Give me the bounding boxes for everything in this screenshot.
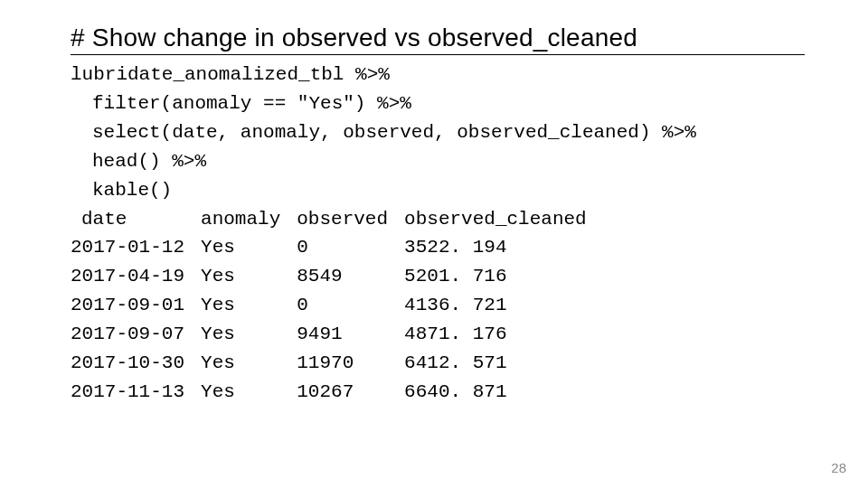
table-header-row: date anomaly observed observed_cleaned	[71, 205, 603, 234]
cell-observed-cleaned: 3522. 194	[404, 233, 603, 262]
cell-observed: 0	[297, 233, 404, 262]
col-header-anomaly: anomaly	[201, 205, 297, 234]
table-row: 2017-04-19 Yes 8549 5201. 716	[71, 262, 603, 291]
code-line: kable()	[71, 180, 172, 201]
cell-observed: 0	[297, 291, 404, 320]
cell-observed-cleaned: 4136. 721	[404, 291, 603, 320]
table-row: 2017-01-12 Yes 0 3522. 194	[71, 233, 603, 262]
cell-anomaly: Yes	[201, 349, 297, 378]
code-line: lubridate_anomalized_tbl %>%	[71, 64, 390, 85]
cell-observed: 11970	[297, 349, 404, 378]
cell-observed: 9491	[297, 320, 404, 349]
cell-anomaly: Yes	[201, 291, 297, 320]
cell-anomaly: Yes	[201, 320, 297, 349]
table-row: 2017-09-07 Yes 9491 4871. 176	[71, 320, 603, 349]
output-table: date anomaly observed observed_cleaned 2…	[71, 205, 603, 407]
table-row: 2017-10-30 Yes 11970 6412. 571	[71, 349, 603, 378]
cell-observed-cleaned: 4871. 176	[404, 320, 603, 349]
page-number: 28	[831, 460, 846, 475]
cell-date: 2017-11-13	[71, 378, 201, 407]
table-row: 2017-09-01 Yes 0 4136. 721	[71, 291, 603, 320]
cell-anomaly: Yes	[201, 262, 297, 291]
cell-observed-cleaned: 6412. 571	[404, 349, 603, 378]
cell-anomaly: Yes	[201, 233, 297, 262]
col-header-date: date	[71, 205, 201, 234]
cell-date: 2017-09-01	[71, 291, 201, 320]
col-header-observed: observed	[297, 205, 404, 234]
cell-date: 2017-09-07	[71, 320, 201, 349]
code-block: lubridate_anomalized_tbl %>% filter(anom…	[71, 61, 805, 205]
slide-title: # Show change in observed vs observed_cl…	[71, 23, 805, 55]
table-row: 2017-11-13 Yes 10267 6640. 871	[71, 378, 603, 407]
cell-observed-cleaned: 5201. 716	[404, 262, 603, 291]
cell-date: 2017-04-19	[71, 262, 201, 291]
cell-observed: 8549	[297, 262, 404, 291]
cell-date: 2017-01-12	[71, 233, 201, 262]
cell-date: 2017-10-30	[71, 349, 201, 378]
cell-observed: 10267	[297, 378, 404, 407]
slide-content: # Show change in observed vs observed_cl…	[0, 0, 868, 407]
cell-observed-cleaned: 6640. 871	[404, 378, 603, 407]
code-line: filter(anomaly == "Yes") %>%	[71, 93, 411, 114]
col-header-observed-cleaned: observed_cleaned	[404, 205, 603, 234]
code-line: select(date, anomaly, observed, observed…	[71, 122, 696, 143]
code-line: head() %>%	[71, 151, 206, 172]
cell-anomaly: Yes	[201, 378, 297, 407]
